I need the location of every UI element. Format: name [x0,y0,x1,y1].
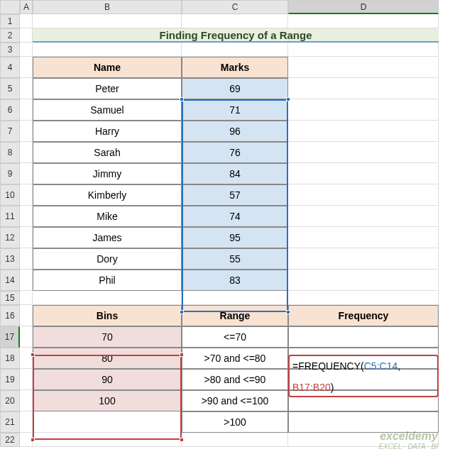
cell-D6[interactable] [288,99,439,121]
row-header-9[interactable]: 9 [0,163,20,184]
freq-cell-20[interactable] [288,390,439,411]
col-header-A[interactable]: A [20,0,33,14]
marks-cell-9[interactable]: 84 [182,163,288,184]
name-cell-12[interactable]: James [33,227,182,248]
cell-A2[interactable] [20,28,33,43]
bins-cell-19[interactable]: 90 [33,369,182,390]
cell-D4[interactable] [288,57,439,78]
cell-D1[interactable] [288,14,439,28]
cell-B1[interactable] [33,14,182,28]
name-cell-8[interactable]: Sarah [33,142,182,163]
cell-A10[interactable] [20,184,33,206]
marks-cell-5[interactable]: 69 [182,78,288,99]
cell-A14[interactable] [20,270,33,291]
cell-A20[interactable] [20,390,33,411]
cell-A5[interactable] [20,78,33,99]
row-header-18[interactable]: 18 [0,348,20,369]
cell-A3[interactable] [20,43,33,57]
cell-B3[interactable] [33,43,182,57]
header-frequency[interactable]: Frequency [288,305,439,326]
cell-A17[interactable] [20,326,33,348]
col-header-B[interactable]: B [33,0,182,14]
row-header-21[interactable]: 21 [0,411,20,433]
cell-C15[interactable] [182,291,288,305]
col-header-D[interactable]: D [288,0,439,14]
select-all-corner[interactable] [0,0,20,14]
cell-C22[interactable] [182,433,288,447]
name-cell-6[interactable]: Samuel [33,99,182,121]
row-header-8[interactable]: 8 [0,142,20,163]
col-header-C[interactable]: C [182,0,288,14]
cell-D8[interactable] [288,142,439,163]
range-cell-20[interactable]: >90 and <=100 [182,390,288,411]
row-header-12[interactable]: 12 [0,227,20,248]
row-header-15[interactable]: 15 [0,291,20,305]
row-header-13[interactable]: 13 [0,248,20,270]
cell-A16[interactable] [20,305,33,326]
marks-cell-6[interactable]: 71 [182,99,288,121]
cell-A19[interactable] [20,369,33,390]
row-header-17[interactable]: 17 [0,326,20,348]
marks-cell-8[interactable]: 76 [182,142,288,163]
bins-cell-20[interactable]: 100 [33,390,182,411]
header-range[interactable]: Range [182,305,288,326]
cell-A18[interactable] [20,348,33,369]
row-header-20[interactable]: 20 [0,390,20,411]
header-name[interactable]: Name [33,57,182,78]
range-cell-18[interactable]: >70 and <=80 [182,348,288,369]
marks-cell-13[interactable]: 55 [182,248,288,270]
row-header-2[interactable]: 2 [0,28,20,43]
cell-C1[interactable] [182,14,288,28]
name-cell-9[interactable]: Jimmy [33,163,182,184]
row-header-16[interactable]: 16 [0,305,20,326]
range-cell-17[interactable]: <=70 [182,326,288,348]
row-header-10[interactable]: 10 [0,184,20,206]
cell-D9[interactable] [288,163,439,184]
cell-A6[interactable] [20,99,33,121]
cell-D3[interactable] [288,43,439,57]
row-header-7[interactable]: 7 [0,121,20,142]
cell-A15[interactable] [20,291,33,305]
cell-A12[interactable] [20,227,33,248]
cell-A21[interactable] [20,411,33,433]
name-cell-7[interactable]: Harry [33,121,182,142]
row-header-6[interactable]: 6 [0,99,20,121]
cell-D13[interactable] [288,248,439,270]
bins-cell-17[interactable]: 70 [33,326,182,348]
cell-A1[interactable] [20,14,33,28]
header-marks[interactable]: Marks [182,57,288,78]
marks-cell-14[interactable]: 83 [182,270,288,291]
freq-cell-19[interactable] [288,369,439,390]
row-header-14[interactable]: 14 [0,270,20,291]
row-header-19[interactable]: 19 [0,369,20,390]
cell-D10[interactable] [288,184,439,206]
cell-D11[interactable] [288,206,439,227]
name-cell-14[interactable]: Phil [33,270,182,291]
marks-cell-7[interactable]: 96 [182,121,288,142]
cell-B22[interactable] [33,433,182,447]
cell-A4[interactable] [20,57,33,78]
freq-cell-17[interactable] [288,326,439,348]
row-header-5[interactable]: 5 [0,78,20,99]
cell-A9[interactable] [20,163,33,184]
marks-cell-10[interactable]: 57 [182,184,288,206]
marks-cell-11[interactable]: 74 [182,206,288,227]
row-header-11[interactable]: 11 [0,206,20,227]
header-bins[interactable]: Bins [33,305,182,326]
cell-A11[interactable] [20,206,33,227]
bins-cell-18[interactable]: 80 [33,348,182,369]
cell-B21[interactable] [33,411,182,433]
range-cell-19[interactable]: >80 and <=90 [182,369,288,390]
name-cell-11[interactable]: Mike [33,206,182,227]
name-cell-10[interactable]: Kimberly [33,184,182,206]
row-header-1[interactable]: 1 [0,14,20,28]
cell-A13[interactable] [20,248,33,270]
cell-A7[interactable] [20,121,33,142]
name-cell-13[interactable]: Dory [33,248,182,270]
cell-D7[interactable] [288,121,439,142]
cell-B15[interactable] [33,291,182,305]
range-cell-21[interactable]: >100 [182,411,288,433]
row-header-22[interactable]: 22 [0,433,20,447]
cell-C3[interactable] [182,43,288,57]
cell-D15[interactable] [288,291,439,305]
